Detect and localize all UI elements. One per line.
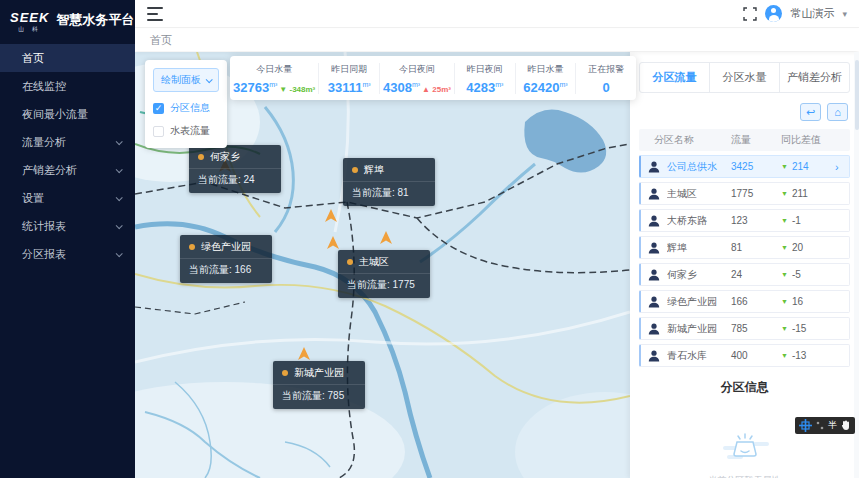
row-flow: 3425 (731, 161, 781, 172)
draw-panel-button[interactable]: 绘制面板 (153, 68, 219, 92)
sidebar-item-partition-report[interactable]: 分区报表 (0, 240, 135, 268)
sidebar-item-settings[interactable]: 设置 (0, 184, 135, 212)
trend-down-icon: ▼ (279, 85, 287, 94)
checkbox-checked-icon[interactable]: ✓ (153, 103, 164, 114)
partition-info-title: 分区信息 (639, 379, 850, 396)
option-meter-flow[interactable]: 水表流量 (153, 124, 219, 138)
trend-down-icon: ▼ (781, 352, 788, 359)
table-row[interactable]: 绿色产业园 166 ▼16 (639, 290, 850, 313)
back-icon[interactable]: ↩ (800, 103, 821, 121)
option-partition-info[interactable]: ✓ 分区信息 (153, 101, 219, 115)
panel-tabs: 分区流量 分区水量 产销差分析 (639, 62, 850, 93)
row-delta: -5 (792, 269, 801, 280)
table-row[interactable]: 主城区 1775 ▼211 (639, 182, 850, 205)
partition-icon (641, 242, 667, 254)
empty-state-caption: 当前分区暂无属性 (639, 474, 850, 478)
hand-icon[interactable] (841, 420, 851, 431)
row-delta: 214 (792, 161, 809, 172)
stat-label: 昨日水量 (519, 63, 573, 76)
stat-unit: m³ (559, 81, 567, 88)
stat-yesterday-night: 昨日夜间 4283m³ (455, 63, 516, 94)
row-delta: 211 (792, 188, 808, 199)
table-row[interactable]: 公司总供水 3425 ▼214 › (639, 155, 850, 178)
scrollbar-thumb[interactable] (855, 60, 859, 130)
user-menu-caret-icon[interactable]: ▾ (842, 9, 847, 19)
trend-up-icon: ▲ (422, 85, 430, 94)
dot-icon (198, 154, 204, 160)
trend-down-icon: ▼ (781, 190, 788, 197)
trend-down-icon: ▼ (781, 325, 788, 332)
col-flow: 流量 (731, 133, 781, 147)
tab-partition-volume[interactable]: 分区水量 (710, 63, 780, 92)
tooltip-flow-label: 当前流量: (282, 390, 325, 401)
col-partition-name: 分区名称 (639, 133, 731, 147)
table-row[interactable]: 青石水库 400 ▼-13 (639, 344, 850, 367)
table-row[interactable]: 大桥东路 123 ▼-1 (639, 209, 850, 232)
partition-icon (641, 161, 667, 173)
stat-value: 4308 (383, 80, 412, 95)
tooltip-name: 辉埠 (364, 163, 384, 177)
tooltip-name: 新城产业园 (294, 366, 344, 380)
stat-unit: m³ (412, 81, 420, 88)
stat-label: 正在报警 (579, 63, 633, 76)
measure-icon[interactable] (816, 421, 824, 431)
tooltip-name: 主城区 (359, 255, 389, 269)
table-row[interactable]: 新城产业园 785 ▼-15 (639, 317, 850, 340)
partition-icon (641, 296, 667, 308)
top-header: 常山演示 ▾ (135, 0, 859, 28)
table-header: 分区名称 流量 同比差值 (639, 129, 850, 151)
half-screen-label[interactable]: 半 (828, 417, 837, 434)
row-delta: -1 (792, 215, 801, 226)
sidebar-item-label: 首页 (22, 51, 44, 66)
chevron-down-icon (116, 194, 123, 201)
chevron-down-icon (206, 76, 213, 83)
tooltip-flow-value: 24 (244, 174, 255, 185)
tab-partition-flow[interactable]: 分区流量 (640, 63, 710, 92)
row-delta: -15 (792, 323, 806, 334)
crosshair-icon[interactable] (799, 419, 812, 432)
fullscreen-icon[interactable] (743, 7, 757, 21)
scrollbar[interactable] (854, 52, 859, 478)
chevron-down-icon (116, 166, 123, 173)
map-marker-icon[interactable] (380, 230, 392, 248)
tooltip-name: 何家乡 (210, 150, 240, 164)
breadcrumb[interactable]: 首页 (150, 33, 172, 48)
partition-icon (641, 215, 667, 227)
sidebar-item-flow-analysis[interactable]: 流量分析 (0, 128, 135, 156)
row-flow: 400 (731, 350, 781, 361)
sidebar-item-nrw-analysis[interactable]: 产销差分析 (0, 156, 135, 184)
stat-unit: m³ (495, 81, 503, 88)
stat-unit: m³ (362, 81, 370, 88)
checkbox-unchecked-icon[interactable] (153, 126, 164, 137)
home-icon[interactable]: ⌂ (827, 103, 848, 121)
row-name: 辉埠 (667, 241, 731, 255)
sidebar-item-home[interactable]: 首页 (0, 44, 135, 72)
dot-icon (189, 244, 195, 250)
row-name: 青石水库 (667, 349, 731, 363)
empty-box-icon (719, 424, 771, 464)
table-row[interactable]: 辉埠 81 ▼20 (639, 236, 850, 259)
stat-label: 今日水量 (233, 63, 315, 76)
dot-icon (347, 259, 353, 265)
map-marker-icon[interactable] (325, 208, 337, 226)
stat-value: 0 (603, 80, 610, 95)
table-row[interactable]: 何家乡 24 ▼-5 (639, 263, 850, 286)
map-tooltip-zhuchengqu: 主城区 当前流量: 1775 (338, 250, 430, 298)
sidebar-fold-icon[interactable] (147, 7, 163, 21)
draw-panel-button-label: 绘制面板 (161, 73, 201, 87)
trend-down-icon: ▼ (781, 244, 788, 251)
stat-yesterday-volume: 昨日水量 62420m³ (516, 63, 577, 94)
dot-icon (282, 370, 288, 376)
user-name[interactable]: 常山演示 (790, 6, 834, 21)
trend-down-icon: ▼ (781, 298, 788, 305)
tooltip-flow-value: 1775 (393, 279, 415, 290)
sidebar-item-statistics-report[interactable]: 统计报表 (0, 212, 135, 240)
sidebar-item-night-min-flow[interactable]: 夜间最小流量 (0, 100, 135, 128)
tab-nrw-analysis[interactable]: 产销差分析 (780, 63, 849, 92)
row-name: 何家乡 (667, 268, 731, 282)
stat-delta: 25m³ (432, 85, 451, 94)
sidebar-item-online-monitoring[interactable]: 在线监控 (0, 72, 135, 100)
stat-active-alarms: 正在报警 0 (576, 63, 636, 94)
row-delta: 16 (792, 296, 803, 307)
user-avatar[interactable] (765, 5, 782, 22)
